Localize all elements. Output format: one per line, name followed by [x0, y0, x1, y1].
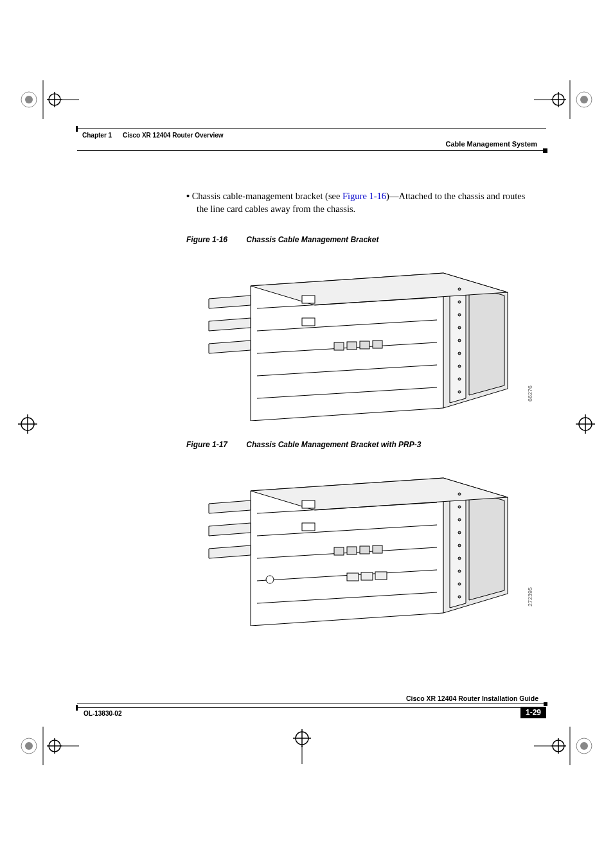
svg-point-22	[21, 738, 37, 754]
svg-point-66	[458, 352, 461, 355]
svg-point-69	[458, 391, 461, 393]
svg-point-67	[458, 365, 461, 368]
crop-mark	[533, 727, 597, 765]
svg-point-95	[458, 518, 461, 521]
svg-marker-77	[209, 545, 251, 558]
svg-marker-72	[450, 484, 466, 608]
section-title: Cable Management System	[446, 140, 537, 148]
svg-point-94	[458, 506, 461, 508]
svg-marker-73	[469, 491, 504, 600]
svg-point-92	[266, 576, 274, 583]
svg-point-64	[458, 326, 461, 329]
figure-2-caption: Figure 1-17 Chassis Cable Management Bra…	[186, 440, 533, 449]
svg-rect-83	[302, 500, 315, 508]
svg-point-62	[458, 301, 461, 303]
figure-1-id: 66276	[527, 385, 533, 402]
svg-rect-86	[347, 547, 357, 554]
footer-doc-number: OL-13830-02	[84, 710, 121, 717]
svg-rect-58	[347, 342, 357, 350]
svg-rect-56	[302, 318, 315, 326]
svg-marker-48	[209, 318, 251, 331]
svg-point-100	[458, 583, 461, 585]
svg-point-101	[458, 596, 461, 598]
figure-2-image: 272395	[193, 459, 533, 632]
svg-point-97	[458, 544, 461, 547]
svg-rect-87	[360, 546, 369, 554]
svg-point-31	[580, 742, 588, 750]
section-divider: Cable Management System	[77, 150, 546, 151]
svg-point-98	[458, 557, 461, 560]
header-chapter: Chapter 1	[82, 132, 112, 139]
svg-rect-57	[334, 342, 344, 350]
svg-point-34	[553, 740, 564, 752]
svg-point-65	[458, 339, 461, 342]
svg-marker-76	[209, 523, 251, 536]
svg-point-9	[580, 96, 588, 103]
crop-mark	[16, 80, 80, 119]
crop-mark	[569, 411, 601, 437]
svg-rect-89	[347, 573, 359, 581]
svg-point-30	[576, 738, 592, 754]
svg-point-19	[579, 418, 592, 430]
svg-marker-75	[209, 500, 251, 513]
svg-rect-88	[373, 545, 382, 553]
svg-rect-59	[360, 341, 369, 349]
svg-point-96	[458, 531, 461, 534]
svg-point-63	[458, 314, 461, 316]
svg-rect-60	[373, 341, 382, 348]
svg-rect-85	[334, 547, 344, 555]
svg-point-12	[553, 94, 564, 105]
figure-reference-link[interactable]: Figure 1-16	[342, 191, 386, 201]
svg-point-8	[576, 92, 592, 107]
crop-mark	[533, 80, 597, 119]
svg-marker-49	[209, 341, 251, 353]
page-number: 1-29	[520, 707, 546, 718]
svg-point-4	[49, 94, 60, 105]
svg-marker-44	[450, 279, 466, 403]
svg-point-26	[49, 740, 60, 752]
svg-point-93	[458, 493, 461, 495]
crop-mark	[283, 727, 321, 765]
bullet-text: Chassis cable-management bracket (see Fi…	[186, 190, 533, 216]
svg-marker-47	[209, 296, 251, 308]
header-title: Cisco XR 12404 Router Overview	[123, 132, 224, 139]
svg-point-39	[296, 732, 308, 745]
svg-rect-55	[302, 296, 315, 303]
svg-point-0	[21, 92, 37, 107]
crop-mark	[16, 727, 80, 765]
footer-guide-title: Cisco XR 12404 Router Installation Guide	[406, 695, 538, 702]
svg-point-99	[458, 570, 461, 572]
svg-point-16	[21, 418, 34, 430]
figure-1-image: 66276	[193, 254, 533, 427]
svg-point-23	[25, 742, 33, 750]
svg-point-61	[458, 288, 461, 290]
page-content: Chapter 1 Cisco XR 12404 Router Overview…	[77, 128, 546, 713]
crop-mark	[12, 411, 44, 437]
svg-point-1	[25, 96, 33, 103]
svg-point-68	[458, 378, 461, 380]
figure-1-caption: Figure 1-16 Chassis Cable Management Bra…	[186, 235, 533, 244]
svg-rect-91	[375, 572, 387, 580]
footer: Cisco XR 12404 Router Installation Guide…	[77, 704, 546, 720]
svg-rect-90	[361, 572, 373, 580]
svg-marker-45	[469, 286, 504, 395]
figure-2-id: 272395	[527, 587, 533, 607]
svg-rect-84	[302, 523, 315, 531]
